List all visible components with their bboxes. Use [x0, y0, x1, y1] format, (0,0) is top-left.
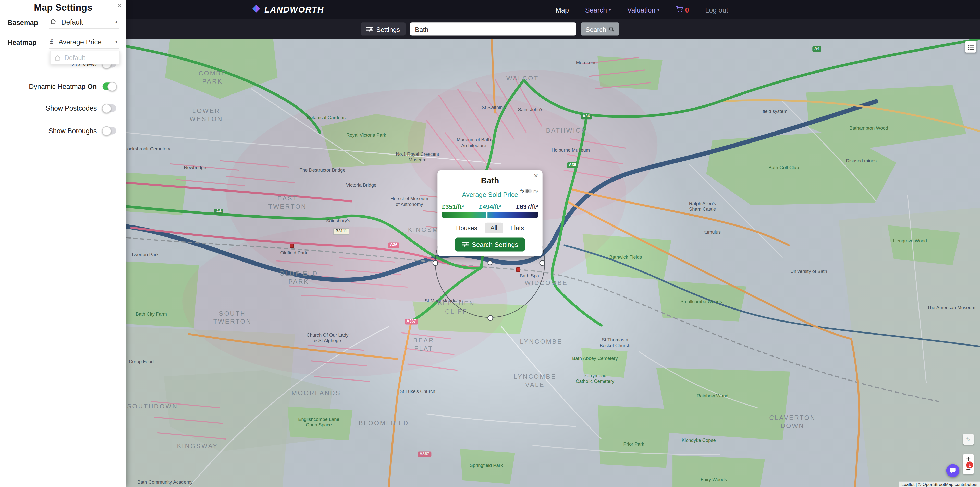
- dynamic-heatmap-row: Dynamic Heatmap On: [0, 81, 126, 92]
- chevron-down-icon: ▾: [115, 39, 118, 44]
- gradient-divider: [486, 212, 487, 217]
- brand-diamond-icon: [252, 4, 261, 15]
- settings-button[interactable]: Settings: [361, 22, 406, 35]
- heatmap-select[interactable]: £ Average Price ▾: [49, 37, 119, 48]
- unit-toggle[interactable]: [525, 189, 532, 193]
- chevron-down-icon: ▾: [609, 7, 611, 12]
- heatmap-value: Average Price: [57, 38, 111, 45]
- basemap-label: Basemap: [7, 19, 38, 26]
- basemap-select[interactable]: Default ▴: [49, 17, 119, 29]
- nav-valuation[interactable]: Valuation ▾: [627, 6, 659, 13]
- edit-button[interactable]: ✎: [963, 434, 974, 445]
- search-settings-label: Search Settings: [472, 241, 518, 248]
- unit-ft-label[interactable]: ft²: [520, 189, 524, 193]
- tab-flats[interactable]: Flats: [505, 223, 530, 233]
- search-settings-button[interactable]: Search Settings: [455, 238, 525, 252]
- sliders-icon: [366, 25, 373, 33]
- dynamic-heatmap-label: Dynamic Heatmap On: [29, 83, 97, 90]
- popup-title: Bath: [442, 176, 538, 185]
- settings-button-label: Settings: [376, 25, 400, 33]
- search-input[interactable]: [410, 22, 576, 35]
- cart-button[interactable]: 0: [676, 6, 689, 14]
- show-boroughs-toggle[interactable]: [103, 127, 116, 134]
- pound-icon: £: [50, 38, 54, 45]
- price-mid: £494/ft²: [479, 203, 501, 210]
- show-boroughs-label: Show Boroughs: [48, 127, 97, 134]
- cart-count-badge: 0: [685, 6, 689, 13]
- app: LANDWORTH Map Search ▾ Valuation ▾ 0: [0, 0, 980, 487]
- panel-title: Map Settings: [0, 0, 126, 13]
- notification-badge: 1: [966, 461, 973, 468]
- property-type-tabs: Houses All Flats: [442, 223, 538, 233]
- cart-icon: [676, 6, 683, 14]
- nav-search[interactable]: Search ▾: [585, 6, 611, 13]
- chevron-down-icon: ▾: [657, 7, 659, 12]
- tab-all[interactable]: All: [485, 223, 503, 233]
- show-postcodes-row: Show Postcodes: [0, 103, 126, 114]
- tab-houses[interactable]: Houses: [450, 223, 483, 233]
- show-postcodes-label: Show Postcodes: [46, 104, 97, 112]
- layers-button[interactable]: [965, 42, 976, 53]
- show-boroughs-row: Show Boroughs: [0, 125, 126, 136]
- list-icon: [967, 42, 974, 53]
- search-toolbar-inner: Settings Search: [361, 19, 619, 39]
- dropdown-option-label: Default: [64, 54, 85, 61]
- nav-search-label: Search: [585, 6, 607, 13]
- search-button[interactable]: Search: [580, 22, 619, 35]
- home-icon: [54, 52, 60, 63]
- show-postcodes-toggle[interactable]: [103, 104, 116, 112]
- map-container[interactable]: COMBE PARKLOWER WESTONWALCOTBATHWICKEAST…: [126, 39, 980, 487]
- heatmap-label: Heatmap: [7, 39, 37, 46]
- dynamic-heatmap-state: On: [87, 83, 97, 90]
- home-icon: [50, 18, 56, 25]
- price-gradient-wrap: [442, 212, 538, 217]
- price-row: £351/ft² £494/ft² £637/ft²: [442, 203, 538, 210]
- popup-subtitle: Average Sold Price: [462, 191, 518, 198]
- basemap-row: Basemap Default ▴: [0, 17, 126, 28]
- price-gradient-bar: [442, 212, 538, 217]
- price-low: £351/ft²: [442, 203, 464, 210]
- chevron-up-icon: ▴: [115, 19, 118, 24]
- sliders-icon: [462, 241, 469, 248]
- top-bar: LANDWORTH Map Search ▾ Valuation ▾ 0: [0, 0, 980, 19]
- close-icon[interactable]: ×: [534, 171, 538, 180]
- brand-text: LANDWORTH: [264, 5, 324, 14]
- chat-button[interactable]: [946, 464, 959, 477]
- heatmap-row: Heatmap £ Average Price ▾: [0, 37, 126, 48]
- dynamic-heatmap-toggle[interactable]: [103, 83, 116, 90]
- map-settings-panel: Map Settings × Basemap Default ▴ Heatmap…: [0, 0, 126, 487]
- circle-center-marker[interactable]: [487, 260, 493, 265]
- popup-subtitle-row: Average Sold Price ft² m²: [442, 188, 538, 200]
- stage: LANDWORTH Map Search ▾ Valuation ▾ 0: [0, 0, 980, 487]
- map-attribution: Leaflet | © OpenStreetMap contributors: [899, 482, 980, 487]
- location-popup: × Bath Average Sold Price ft² m² £351/ft…: [438, 170, 542, 256]
- top-nav: Map Search ▾ Valuation ▾ 0 Log out: [555, 6, 728, 14]
- search-toolbar: Settings Search: [0, 19, 980, 39]
- pencil-icon: ✎: [966, 436, 970, 442]
- top-bar-inner: LANDWORTH Map Search ▾ Valuation ▾ 0: [252, 0, 728, 19]
- close-icon[interactable]: ×: [117, 0, 122, 10]
- brand-logo[interactable]: LANDWORTH: [252, 4, 324, 15]
- logout-link[interactable]: Log out: [705, 6, 728, 13]
- search-button-label: Search: [585, 25, 606, 33]
- unit-m-label[interactable]: m²: [533, 189, 538, 193]
- basemap-dropdown-option[interactable]: Default: [50, 51, 120, 64]
- price-high: £637/ft²: [516, 203, 538, 210]
- basemap-value: Default: [60, 18, 111, 25]
- search-icon: [609, 25, 614, 33]
- nav-map[interactable]: Map: [555, 6, 569, 13]
- map-canvas[interactable]: [126, 39, 980, 487]
- nav-valuation-label: Valuation: [627, 6, 655, 13]
- chat-bubble-icon: [950, 465, 956, 476]
- unit-switcher: ft² m²: [520, 189, 538, 193]
